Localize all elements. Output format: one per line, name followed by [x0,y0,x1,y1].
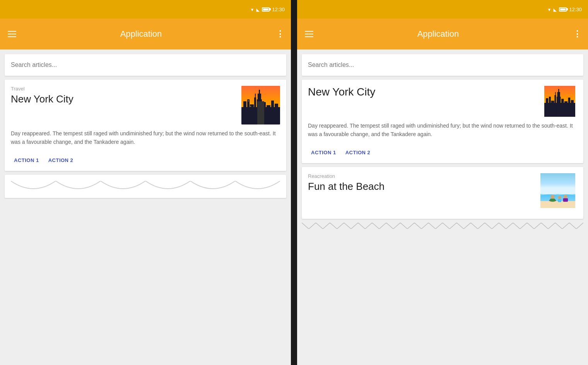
svg-rect-19 [546,98,548,117]
right-app-bar: Application ⋮ [297,19,588,49]
left-status-icons: 12:30 [250,7,285,12]
svg-rect-29 [568,97,571,117]
right-more-icon[interactable]: ⋮ [573,29,582,39]
card-category: Travel [11,86,235,92]
right-phone: 12:30 Application ⋮ New York City [297,0,588,365]
svg-rect-38 [558,199,561,202]
svg-rect-36 [550,198,555,201]
right-search-input[interactable] [308,61,577,68]
svg-rect-27 [561,99,564,117]
svg-rect-21 [551,101,554,117]
svg-rect-13 [275,104,278,125]
signal-icon [256,7,260,12]
svg-rect-26 [557,97,561,117]
svg-rect-40 [563,198,568,202]
nyc-image [241,86,280,125]
right-status-bar: 12:30 [297,0,588,19]
beach-card-title: Fun at the Beach [308,181,532,193]
svg-rect-10 [263,102,266,125]
beach-article-card: Reacreation Fun at the Beach [302,167,583,219]
action2-button[interactable]: ACTION 2 [45,156,77,165]
partial-card [5,175,286,198]
card-body: Day reappeared. The tempest still raged … [11,129,280,147]
svg-rect-23 [555,92,556,117]
left-app-bar: Application ⋮ [0,19,291,49]
app-title: Application [6,29,276,39]
svg-rect-20 [549,97,551,117]
right-time-display: 12:30 [569,7,582,12]
battery-icon [262,7,270,12]
beach-card-category: Reacreation [308,173,532,179]
wifi-icon [250,7,255,12]
svg-rect-4 [250,104,254,125]
right-status-icons: 12:30 [547,7,582,12]
scrolled-nyc-card: New York City [302,80,583,163]
svg-rect-9 [257,99,262,125]
right-signal-icon [554,7,557,12]
svg-rect-28 [564,101,567,117]
scrolled-card-title-row: New York City [308,86,577,117]
right-app-title: Application [303,29,573,39]
card-actions: ACTION 1 ACTION 2 [11,153,280,165]
card-header-text: Travel New York City [11,86,235,105]
svg-rect-31 [540,173,575,194]
beach-card-header: Reacreation Fun at the Beach [308,173,577,208]
svg-rect-3 [247,99,250,125]
scrolled-card-title: New York City [308,86,375,98]
svg-point-35 [550,195,555,199]
svg-rect-8 [258,94,261,121]
left-search-input[interactable] [11,61,280,68]
left-search-bar[interactable] [5,54,286,76]
center-divider [291,0,297,365]
svg-rect-30 [571,100,574,117]
svg-rect-14 [248,101,249,101]
svg-rect-11 [267,105,270,125]
beach-card-header-text: Reacreation Fun at the Beach [308,173,532,193]
left-phone: 12:30 Application ⋮ Travel New York City [0,0,291,365]
right-battery-icon [559,7,567,12]
scrolled-action1-button[interactable]: ACTION 1 [308,148,339,157]
svg-rect-16 [263,104,264,104]
card-title: New York City [11,93,235,105]
svg-point-37 [558,196,561,199]
right-wifi-icon [547,7,552,12]
card-header: Travel New York City [11,86,280,125]
left-status-bar: 12:30 [0,0,291,19]
svg-rect-12 [271,101,274,125]
right-content-area: New York City [297,49,588,365]
zigzag-indicator [302,223,583,229]
time-display: 12:30 [272,7,285,12]
scrolled-card-actions: ACTION 1 ACTION 2 [308,145,577,157]
svg-rect-2 [243,101,246,125]
scrolled-action2-button[interactable]: ACTION 2 [342,148,374,157]
action1-button[interactable]: ACTION 1 [11,156,42,165]
nyc-article-card: Travel New York City [5,80,286,171]
left-content-area: Travel New York City [0,49,291,365]
svg-rect-15 [250,106,251,107]
right-search-bar[interactable] [302,54,583,76]
svg-rect-6 [255,94,256,125]
svg-rect-33 [540,201,575,208]
more-icon[interactable]: ⋮ [276,29,285,39]
scrolled-card-body: Day reappeared. The tempest still raged … [308,121,577,139]
